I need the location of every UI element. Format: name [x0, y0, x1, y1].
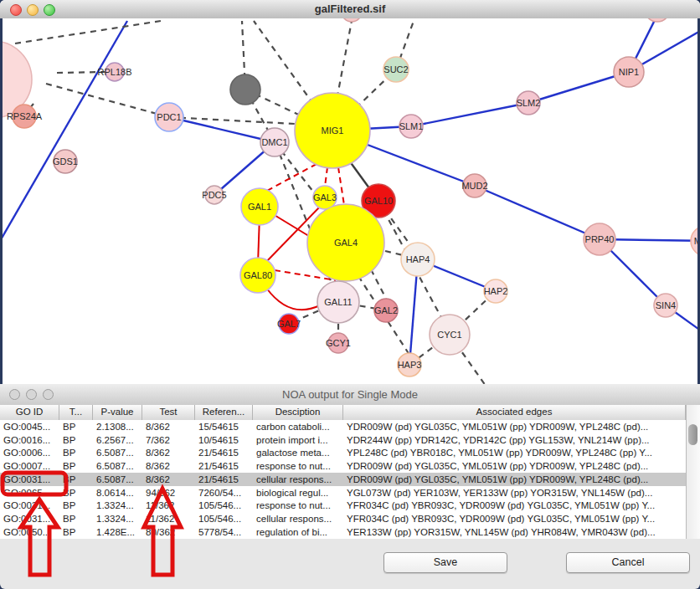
table-cell: GO:0006...	[0, 448, 59, 458]
table-cell: YDR009W (pd) YGL035C, YML051W (pp) YDR00…	[343, 422, 686, 432]
node-label-GCY1: GCY1	[326, 338, 351, 348]
column-header-associated-edges[interactable]: Associated edges	[343, 405, 686, 420]
table-cell: cellular respons...	[253, 474, 343, 484]
network-edge	[15, 21, 161, 44]
table-row[interactable]: GO:0065...BP8.0614...94/3627260/54...bio…	[0, 486, 686, 499]
table-cell: 1.3324...	[93, 500, 142, 510]
table-cell: YFR034C (pd) YBR093C, YDR009W (pd) YGL03…	[343, 500, 686, 510]
table-cell: carbon cataboli...	[253, 422, 343, 432]
table-cell: 105/546...	[195, 514, 253, 524]
node-label-GAL7: GAL7	[277, 319, 301, 329]
table-cell: 94/362	[142, 488, 195, 498]
table-cell: 8/362	[142, 422, 195, 432]
table-cell: BP	[59, 500, 93, 510]
node-label-DMC1: DMC1	[261, 137, 287, 147]
column-header-test[interactable]: Test	[142, 405, 195, 420]
node-label-SUC2: SUC2	[383, 64, 408, 74]
save-button[interactable]: Save	[383, 552, 507, 573]
network-edge	[46, 84, 169, 117]
node-label-SIN4: SIN4	[656, 300, 676, 310]
table-row[interactable]: GO:0031...BP6.5087...8/36221/54615cellul…	[0, 473, 686, 486]
node-label-PDC1: PDC1	[157, 112, 181, 122]
table-cell: 15/54615	[195, 422, 253, 432]
table-cell: YDR009W (pd) YGL035C, YML051W (pp) YDR00…	[343, 461, 686, 471]
table-cell: 80/362	[142, 527, 195, 537]
column-header-p-value[interactable]: P-value	[93, 405, 142, 420]
table-cell: galactose meta...	[253, 448, 343, 458]
table-cell: GO:0031...	[0, 500, 59, 510]
node-label-GAL80: GAL80	[244, 270, 272, 280]
table-cell: GO:0031...	[0, 474, 59, 484]
table-row[interactable]: GO:0007...BP6.5087...8/36221/54615respon…	[0, 459, 686, 473]
table-row[interactable]: GO:0031...BP1.3324...11/362105/546...res…	[0, 499, 686, 513]
node-gray-node[interactable]	[230, 74, 260, 105]
table-row[interactable]: GO:0050...BP1.428E...80/3625778/54...reg…	[0, 525, 686, 539]
cancel-button[interactable]: Cancel	[566, 552, 690, 573]
table-cell: 11/362	[142, 500, 195, 510]
table-cell: 8.0614...	[93, 488, 142, 498]
table-cell: BP	[59, 435, 93, 445]
table-cell: BP	[59, 488, 93, 498]
network-canvas[interactable]: RPL18BRPS24AGDS1PDC1DMC1MIG1SUC2SLM1SLM2…	[0, 18, 700, 384]
table-row[interactable]: GO:0045...BP2.1308...8/36215/54615carbon…	[0, 420, 686, 433]
table-cell: YPL248C (pd) YBR018C, YML051W (pp) YDR00…	[343, 448, 686, 458]
node-label-GAL1: GAL1	[248, 202, 271, 212]
node-label-GAL4: GAL4	[334, 238, 358, 248]
table-header: GO IDT...P-valueTestReferen...Desciption…	[0, 405, 686, 421]
table-cell: 8/362	[142, 448, 195, 458]
table-cell: 6.2567...	[93, 435, 142, 445]
table-cell: GO:0016...	[0, 435, 59, 445]
node-label-GAL10: GAL10	[364, 196, 393, 206]
network-edge	[338, 167, 344, 205]
network-edge	[169, 117, 310, 125]
table-cell: GO:0050...	[0, 527, 59, 537]
scrollbar-thumb[interactable]	[688, 424, 697, 445]
table-cell: BP	[59, 514, 93, 524]
network-window-title: galFiltered.sif	[0, 3, 700, 15]
table-cell: YFR034C (pd) YBR093C, YDR009W (pd) YGL03…	[343, 514, 686, 524]
network-edge	[475, 186, 600, 239]
table-cell: 21/54615	[195, 448, 253, 458]
network-graph: RPL18BRPS24AGDS1PDC1DMC1MIG1SUC2SLM1SLM2…	[3, 18, 697, 384]
noa-window-title: NOA output for Single Mode	[0, 388, 700, 401]
network-edge	[325, 167, 327, 187]
noa-window-titlebar: NOA output for Single Mode	[0, 384, 700, 406]
column-header-desciption[interactable]: Desciption	[253, 405, 343, 420]
table-cell: biological regul...	[253, 488, 343, 498]
table-cell: 1.428E...	[93, 527, 142, 537]
network-edge	[385, 251, 403, 255]
table-row[interactable]: GO:0006...BP6.5087...8/36221/54615galact…	[0, 447, 686, 460]
table-cell: GO:0007...	[0, 461, 59, 471]
column-header-t-[interactable]: T...	[59, 405, 93, 420]
table-cell: 7/362	[142, 435, 195, 445]
node-top-node-b[interactable]	[645, 18, 670, 22]
table-cell: YGL073W (pd) YER103W, YER133W (pp) YOR31…	[343, 488, 686, 498]
table-cell: regulation of bi...	[253, 527, 343, 537]
table-cell: 105/546...	[195, 500, 253, 510]
table-cell: YER133W (pp) YOR315W, YNL145W (pd) YHR08…	[343, 527, 686, 537]
table-cell: BP	[59, 474, 93, 484]
node-top-node-a[interactable]	[342, 18, 362, 22]
table-cell: YDR244W (pp) YDR142C, YDR142C (pp) YGL15…	[343, 435, 686, 445]
vertical-scrollbar[interactable]	[686, 405, 700, 539]
network-edge	[528, 72, 629, 103]
table-cell: BP	[59, 527, 93, 537]
network-window: galFiltered.sif RPL18BRPS24AGDS1PDC1DMC1…	[0, 0, 700, 384]
node-label-RPS24A: RPS24A	[7, 111, 43, 121]
table-cell: 7260/54...	[195, 488, 253, 498]
table-cell: 21/54615	[195, 474, 253, 484]
table-row[interactable]: GO:0031...BP1.3324...11/362105/546...cel…	[0, 512, 686, 525]
node-label-HAP2: HAP2	[484, 286, 508, 296]
table-cell: 6.5087...	[93, 448, 142, 458]
node-label-PRP40: PRP40	[585, 234, 615, 244]
node-label-GDS1: GDS1	[53, 156, 78, 166]
network-edge	[266, 288, 320, 310]
table-row[interactable]: GO:0016...BP6.2567...7/36210/54615protei…	[0, 433, 686, 447]
table-cell: protein import i...	[253, 435, 343, 445]
node-label-MSL1: MSL1	[694, 236, 697, 246]
table-cell: BP	[59, 448, 93, 458]
column-header-go-id[interactable]: GO ID	[0, 405, 59, 420]
table-cell: response to nut...	[253, 500, 343, 510]
column-header-referen-[interactable]: Referen...	[195, 405, 253, 420]
table-cell: 1.3324...	[93, 514, 142, 524]
